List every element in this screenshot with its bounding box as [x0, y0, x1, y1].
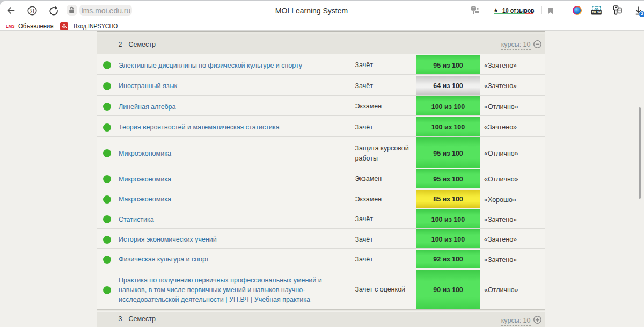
svg-text:NEW: NEW [592, 10, 601, 14]
